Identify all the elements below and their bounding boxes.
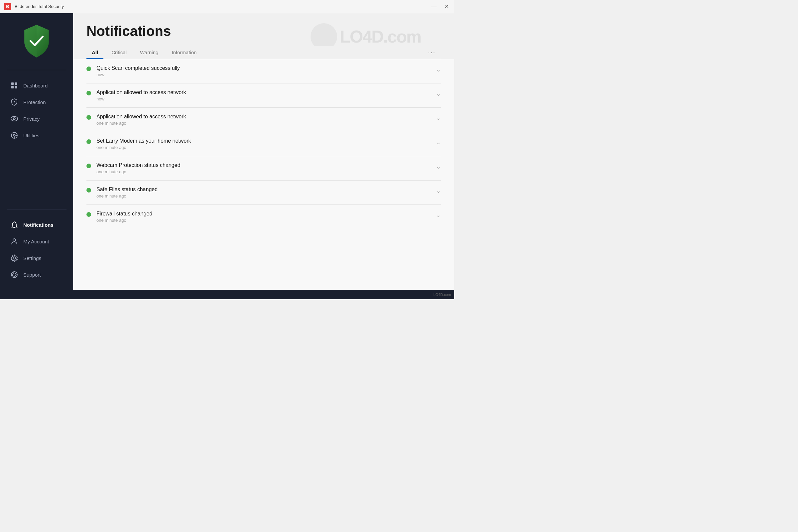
sidebar-item-notifications[interactable]: Notifications [3,217,71,233]
notification-time: now [96,72,436,77]
svg-rect-2 [11,86,14,89]
notification-item[interactable]: Application allowed to access network on… [87,108,441,132]
main-wrapper: LO4D.com Notifications All Critical Warn… [73,13,454,290]
chevron-down-icon: ⌄ [436,163,441,170]
notification-title: Set Larry Modem as your home network [96,138,436,144]
sidebar-bottom-nav: Notifications My Account [0,213,73,290]
sidebar-item-settings[interactable]: Settings [3,250,71,266]
notification-time: one minute ago [96,121,436,126]
support-icon [11,271,18,278]
chevron-down-icon: ⌄ [436,211,441,219]
notification-status-dot [87,164,91,168]
privacy-icon [11,115,18,122]
sidebar-item-label-dashboard: Dashboard [23,83,48,89]
sidebar-item-dashboard[interactable]: Dashboard [3,77,71,93]
dashboard-icon [11,82,18,89]
sidebar-item-label-settings: Settings [23,255,41,261]
notification-title: Quick Scan completed successfully [96,65,436,71]
notification-status-dot [87,212,91,217]
notification-item[interactable]: Set Larry Modem as your home network one… [87,132,441,156]
svg-rect-3 [15,86,17,89]
utilities-icon [11,132,18,139]
svg-point-5 [11,116,18,121]
notification-title: Application allowed to access network [96,90,436,95]
chevron-down-icon: ⌄ [436,66,441,73]
sidebar-divider-bottom [7,209,66,209]
notification-title: Safe Files status changed [96,187,436,192]
svg-rect-1 [15,82,17,85]
sidebar-item-label-support: Support [23,272,41,278]
bottom-bar: LO4D.com [0,290,454,299]
notification-time: one minute ago [96,169,436,174]
protection-icon [11,98,18,106]
notification-time: now [96,96,436,101]
notification-content: Application allowed to access network no… [96,90,436,101]
bell-icon [11,221,18,228]
page-header: Notifications All Critical Warning Infor… [73,13,454,59]
notification-item[interactable]: Safe Files status changed one minute ago… [87,180,441,205]
notification-content: Set Larry Modem as your home network one… [96,138,436,150]
titlebar: B Bitdefender Total Security — ✕ [0,0,454,13]
sidebar: Dashboard Protection [0,13,73,290]
sidebar-item-label-notifications: Notifications [23,222,54,228]
chevron-down-icon: ⌄ [436,139,441,146]
sidebar-item-label-privacy: Privacy [23,116,40,122]
notification-title: Firewall status changed [96,211,436,217]
close-button[interactable]: ✕ [443,2,450,11]
notification-content: Webcam Protection status changed one min… [96,162,436,174]
svg-point-8 [13,134,15,136]
tab-warning[interactable]: Warning [135,46,164,58]
chevron-down-icon: ⌄ [436,114,441,122]
sidebar-logo-area [0,13,73,66]
sidebar-item-label-my-account: My Account [23,239,49,244]
notification-status-dot [87,91,91,95]
sidebar-nav: Dashboard Protection [0,74,73,206]
sidebar-item-label-protection: Protection [23,99,46,105]
settings-icon [11,254,18,262]
notification-time: one minute ago [96,193,436,198]
minimize-button[interactable]: — [430,2,438,11]
notification-content: Firewall status changed one minute ago [96,211,436,223]
notification-content: Application allowed to access network on… [96,114,436,126]
notification-status-dot [87,188,91,192]
svg-point-13 [13,239,16,241]
tab-information[interactable]: Information [166,46,202,58]
notification-item[interactable]: Application allowed to access network no… [87,83,441,108]
tabs-bar: All Critical Warning Information ··· [87,46,441,59]
window-controls: — ✕ [430,2,450,11]
page-title: Notifications [87,23,441,39]
sidebar-item-protection[interactable]: Protection [3,94,71,110]
chevron-down-icon: ⌄ [436,187,441,194]
sidebar-item-utilities[interactable]: Utilities [3,127,71,143]
notification-title: Webcam Protection status changed [96,162,436,168]
tab-critical[interactable]: Critical [106,46,132,58]
account-icon [11,238,18,245]
sidebar-item-support[interactable]: Support [3,267,71,283]
notification-status-dot [87,139,91,144]
app-body: Dashboard Protection [0,13,454,290]
svg-point-6 [13,118,15,120]
notifications-list: Quick Scan completed successfully now ⌄ … [73,59,454,290]
notification-item[interactable]: Firewall status changed one minute ago ⌄ [87,205,441,229]
svg-point-15 [11,272,17,278]
tab-all[interactable]: All [87,46,103,58]
chevron-down-icon: ⌄ [436,90,441,97]
notification-status-dot [87,66,91,71]
notification-content: Quick Scan completed successfully now [96,65,436,77]
svg-point-4 [14,101,15,102]
notification-time: one minute ago [96,218,436,223]
notification-item[interactable]: Webcam Protection status changed one min… [87,156,441,180]
notification-item[interactable]: Quick Scan completed successfully now ⌄ [87,59,441,83]
sidebar-item-my-account[interactable]: My Account [3,233,71,249]
notification-title: Application allowed to access network [96,114,436,120]
sidebar-item-label-utilities: Utilities [23,133,39,138]
sidebar-item-privacy[interactable]: Privacy [3,111,71,127]
notification-status-dot [87,115,91,120]
main-content: LO4D.com Notifications All Critical Warn… [73,13,454,290]
notification-content: Safe Files status changed one minute ago [96,187,436,198]
svg-point-14 [13,257,16,259]
app-logo: B [4,3,11,10]
sidebar-divider-top [7,70,66,70]
tabs-more-button[interactable]: ··· [423,46,441,59]
svg-rect-0 [11,82,14,85]
